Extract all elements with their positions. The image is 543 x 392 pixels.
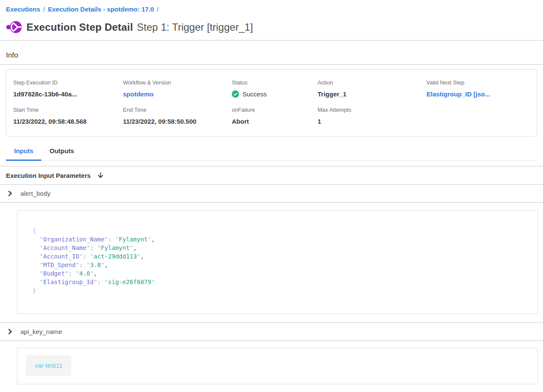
info-field-label: Status — [232, 79, 318, 86]
breadcrumb-separator: / — [157, 6, 159, 13]
info-field-value: 11/23/2022, 09:58:48.568 — [13, 118, 123, 125]
info-field-action: Action Trigger_1 — [318, 79, 426, 98]
chevron-right-icon — [7, 190, 13, 197]
success-check-icon — [232, 90, 239, 98]
chevron-right-icon — [7, 328, 13, 335]
info-field-onfailure: onFailure Abort — [232, 107, 318, 125]
info-field-workflow-version: Workflow & Version spotdemo — [123, 79, 232, 98]
tab-inputs-label: Inputs — [14, 147, 33, 154]
section-label: alert_body — [20, 190, 50, 197]
json-code: { "Organization_Name": "Fylamynt", "Acco… — [32, 226, 529, 295]
page-header: Execution Step Detail Step 1: Trigger [t… — [6, 20, 543, 34]
info-field-label: End Time — [123, 107, 232, 113]
alert-body-content-box: { "Organization_Name": "Fylamynt", "Acco… — [17, 210, 538, 314]
tab-inputs[interactable]: Inputs — [6, 146, 41, 161]
breadcrumb-execution-details-link[interactable]: Execution Details - spotdemo: 17.0 — [48, 6, 154, 13]
info-field-step-execution-id: Step Execution ID 1d97828c-13b6-40a... — [13, 79, 123, 98]
api-key-name-value: var-test11 — [26, 355, 71, 376]
breadcrumb-separator: / — [43, 6, 45, 13]
divider — [0, 202, 543, 203]
page-title: Execution Step Detail — [26, 21, 133, 33]
valid-next-step-link[interactable]: Elastigroup_ID [jso... — [426, 90, 530, 98]
arrow-down-icon[interactable] — [97, 172, 104, 179]
tab-outputs[interactable]: Outputs — [41, 146, 82, 161]
info-field-label: Workflow & Version — [123, 79, 232, 86]
page-subtitle: Step 1: Trigger [trigger_1] — [137, 21, 253, 33]
info-field-label: Start Time — [13, 107, 123, 113]
info-field-label: Valid Next Step — [426, 79, 530, 86]
execution-input-parameters-header[interactable]: Execution Input Parameters — [0, 166, 543, 184]
api-key-name-content-box: var-test11 — [17, 348, 538, 384]
info-field-label: Step Execution ID — [13, 79, 123, 86]
section-label: api_key_name — [20, 328, 62, 335]
info-field-value: Trigger_1 — [318, 90, 426, 98]
info-field-start-time: Start Time 11/23/2022, 09:58:48.568 — [13, 107, 123, 125]
info-field-value: 1d97828c-13b6-40a... — [13, 90, 123, 98]
fylamynt-logo-icon — [6, 20, 22, 34]
info-field-max-attempts: Max Attempts 1 — [318, 107, 426, 125]
info-field-value: 11/23/2022, 09:58:50.500 — [123, 118, 232, 125]
info-field-valid-next-step: Valid Next Step Elastigroup_ID [jso... — [426, 79, 530, 98]
execution-input-parameters-label: Execution Input Parameters — [6, 172, 90, 179]
info-field-value: 1 — [318, 118, 426, 125]
tab-bar: Inputs Outputs — [6, 146, 537, 161]
divider — [0, 40, 543, 41]
info-field-end-time: End Time 11/23/2022, 09:58:50.500 — [123, 107, 232, 125]
divider — [0, 64, 543, 65]
tab-outputs-label: Outputs — [50, 147, 74, 154]
breadcrumb-executions-link[interactable]: Executions — [6, 6, 40, 13]
info-field-value: Abort — [232, 118, 318, 125]
info-heading: Info — [6, 51, 543, 60]
status-badge: Success — [242, 90, 267, 98]
info-field-label: onFailure — [232, 107, 318, 113]
info-field-label: Max Attempts — [318, 107, 426, 113]
execution-step-detail-page: Executions / Execution Details - spotdem… — [0, 6, 543, 392]
divider — [0, 340, 543, 341]
breadcrumb: Executions / Execution Details - spotdem… — [6, 6, 543, 13]
info-field-label: Action — [318, 79, 426, 86]
info-card: Step Execution ID 1d97828c-13b6-40a... W… — [6, 69, 537, 136]
section-api-key-name[interactable]: api_key_name — [0, 323, 543, 340]
section-alert-body[interactable]: alert_body — [0, 185, 543, 202]
info-field-status: Status Success — [232, 79, 318, 98]
workflow-link[interactable]: spotdemo — [123, 90, 232, 98]
